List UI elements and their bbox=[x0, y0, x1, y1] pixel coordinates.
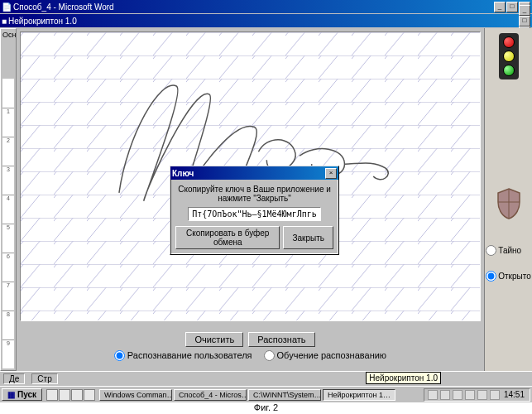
word-status-bar: Де Стр bbox=[0, 371, 532, 386]
tray-icon[interactable] bbox=[440, 390, 450, 400]
dialog-message: Скопируйте ключ в Ваше приложение и нажм… bbox=[175, 185, 333, 203]
status-str: Стр bbox=[31, 373, 57, 384]
tray-icon[interactable] bbox=[453, 390, 463, 400]
ql-icon-4[interactable] bbox=[84, 389, 95, 401]
clock[interactable]: 14:51 bbox=[502, 390, 526, 399]
start-button[interactable]: ▦ Пуск bbox=[2, 388, 42, 401]
taskbar-tooltip: Нейрокриптон 1.0 bbox=[366, 372, 441, 384]
minimize-button[interactable]: _ bbox=[494, 2, 506, 12]
tray-icon[interactable] bbox=[428, 390, 438, 400]
bottom-controls: Очистить Распознать Распознавание пользо… bbox=[20, 325, 481, 368]
copy-clipboard-button[interactable]: Скопировать в буфер обмена bbox=[175, 226, 280, 249]
green-lamp bbox=[503, 65, 515, 76]
right-panel: Тайно Открыто bbox=[484, 28, 532, 371]
red-lamp bbox=[503, 36, 515, 48]
ql-icon-2[interactable] bbox=[59, 389, 70, 401]
ql-icon-1[interactable] bbox=[46, 389, 58, 401]
system-tray: 14:51 bbox=[424, 388, 530, 402]
figure-caption: Фиг. 2 bbox=[0, 402, 532, 414]
left-label: Осн bbox=[1, 29, 16, 41]
dialog-titlebar[interactable]: Ключ × bbox=[170, 166, 338, 180]
clear-button[interactable]: Очистить bbox=[185, 332, 243, 347]
app-maximize-button[interactable]: □ bbox=[519, 16, 530, 26]
open-radio[interactable]: Открыто bbox=[486, 271, 531, 282]
task-item-active[interactable]: Нейрокриптон 1… bbox=[323, 389, 395, 401]
app-titlebar: ■ Нейрокриптон 1.0 _ □ × bbox=[0, 14, 532, 27]
tray-icon[interactable] bbox=[465, 390, 475, 400]
left-toolbar: Осн 1 2 3 4 5 6 7 8 9 bbox=[0, 28, 17, 371]
shield-icon bbox=[495, 187, 523, 220]
vertical-ruler: 1 2 3 4 5 6 7 8 9 bbox=[2, 79, 14, 368]
word-icon: 📄 bbox=[2, 2, 12, 12]
app-title: Нейрокриптон 1.0 bbox=[7, 17, 519, 26]
windows-logo-icon: ▦ bbox=[7, 390, 15, 399]
status-de: Де bbox=[3, 373, 25, 384]
secret-radio[interactable]: Тайно bbox=[486, 245, 531, 256]
recognize-button[interactable]: Распознать bbox=[248, 332, 314, 347]
task-item[interactable]: Windows Comman… bbox=[99, 389, 172, 401]
tray-icon[interactable] bbox=[490, 390, 500, 400]
traffic-light-icon bbox=[499, 33, 519, 79]
app-minimize-button[interactable]: _ bbox=[519, 5, 530, 16]
maximize-button[interactable]: □ bbox=[506, 2, 518, 12]
dialog-title-text: Ключ bbox=[172, 169, 325, 178]
word-titlebar: 📄 Способ_4 - Microsoft Word _ □ × bbox=[0, 0, 532, 13]
mode-training-radio[interactable]: Обучение распознаванию bbox=[264, 350, 387, 361]
dialog-close-icon[interactable]: × bbox=[325, 168, 337, 179]
mode-recognition-radio[interactable]: Распознавание пользователя bbox=[114, 350, 252, 361]
dialog-close-button[interactable]: Закрыть bbox=[283, 226, 333, 249]
word-title: Способ_4 - Microsoft Word bbox=[12, 2, 494, 12]
ql-icon-3[interactable] bbox=[71, 389, 83, 401]
key-value-box[interactable]: Пт{7ОпЪок"Нь—§1Мё4ЮмгЛпгь bbox=[188, 207, 321, 221]
tray-icon[interactable] bbox=[477, 390, 487, 400]
quick-launch bbox=[46, 389, 95, 401]
taskbar: ▦ Пуск Windows Comman… Способ_4 - Micros… bbox=[0, 386, 532, 402]
key-dialog: Ключ × Скопируйте ключ в Ваше приложение… bbox=[170, 166, 339, 255]
yellow-lamp bbox=[503, 51, 515, 62]
task-item[interactable]: Способ_4 - Micros… bbox=[174, 389, 247, 401]
task-item[interactable]: C:\WINNT\System… bbox=[248, 389, 321, 401]
